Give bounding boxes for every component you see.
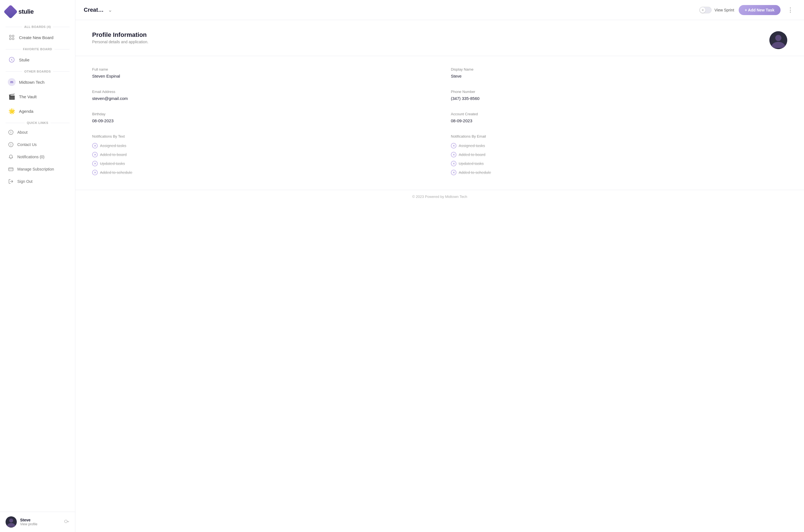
notif-text-assigned: ✕ Assigned tasks: [92, 143, 428, 149]
svg-point-16: [775, 35, 781, 41]
logo-text: stulie: [18, 8, 34, 15]
topbar-chevron-icon[interactable]: ⌄: [108, 7, 112, 13]
profile-footer: © 2023 Powered by Midtown Tech: [75, 190, 804, 203]
svg-point-13: [9, 519, 13, 522]
contact-icon: [8, 141, 14, 148]
notif-x-icon-3: ✕: [92, 161, 98, 166]
svg-rect-3: [12, 38, 14, 40]
phone-label: Phone Number: [451, 90, 787, 94]
favorite-board-label: Favorite Board: [0, 45, 75, 53]
notif-email-schedule: ✕ Added to schedule: [451, 170, 787, 175]
footer-copyright: © 2023 Powered by Midtown Tech: [412, 194, 467, 199]
sidebar-item-sign-out[interactable]: Sign Out: [2, 175, 73, 187]
topbar: Creat… ⌄ View Sprint + Add New Task ⋮: [75, 0, 804, 20]
notif-email-added-board-label: Added to board: [459, 152, 485, 157]
account-created-label: Account Created: [451, 112, 787, 116]
all-boards-label: ALL BOARDS (4): [0, 22, 75, 30]
notif-email-updated: ✕ Updated tasks: [451, 161, 787, 166]
birthday-value: 08-09-2023: [92, 118, 428, 123]
svg-rect-7: [11, 132, 11, 133]
key-icon: [64, 519, 70, 526]
create-board-label: Create New Board: [19, 35, 53, 40]
notif-email-x-icon-2: ✕: [451, 152, 456, 157]
sidebar-item-agenda[interactable]: 🌟 Agenda: [2, 104, 73, 118]
sidebar-footer[interactable]: Steve View profile: [0, 512, 75, 532]
back-arrow-icon: [8, 56, 16, 64]
view-sprint-label: View Sprint: [714, 8, 734, 12]
account-created-value: 08-09-2023: [451, 118, 787, 123]
field-account-created: Account Created 08-09-2023: [451, 112, 787, 123]
quick-links-label: Quick Links: [0, 118, 75, 126]
contact-us-label: Contact Us: [17, 142, 37, 147]
display-name-label: Display Name: [451, 67, 787, 72]
agenda-icon: 🌟: [8, 107, 16, 115]
notif-text-updated-label: Updated tasks: [100, 162, 125, 166]
field-phone: Phone Number (347) 335-8560: [451, 90, 787, 101]
sidebar: stulie ALL BOARDS (4) Create New Board F…: [0, 0, 75, 532]
stulie-label: Stulie: [19, 57, 30, 62]
svg-rect-10: [11, 144, 11, 146]
credit-card-icon: [8, 166, 14, 172]
logo-area: stulie: [0, 0, 75, 22]
notifications-by-text: Notifications By Text ✕ Assigned tasks ✕…: [92, 134, 428, 179]
notif-x-icon-4: ✕: [92, 170, 98, 175]
svg-rect-11: [9, 168, 13, 171]
field-display-name: Display Name Steve: [451, 67, 787, 78]
notif-email-x-icon-4: ✕: [451, 170, 456, 175]
profile-subtitle: Personal details and application.: [92, 40, 149, 44]
notif-email-schedule-label: Added to schedule: [459, 170, 491, 175]
the-vault-icon: 🎬: [8, 93, 16, 100]
svg-point-4: [9, 57, 14, 62]
sidebar-item-midtown-tech[interactable]: m Midtown Tech: [2, 75, 73, 89]
more-options-icon[interactable]: ⋮: [785, 5, 796, 15]
notif-email-x-icon-3: ✕: [451, 161, 456, 166]
profile-page: Profile Information Personal details and…: [75, 20, 804, 532]
sign-out-icon: [8, 178, 14, 185]
about-icon: [8, 129, 14, 135]
about-label: About: [17, 130, 27, 135]
display-name-value: Steve: [451, 74, 787, 78]
field-birthday: Birthday 08-09-2023: [92, 112, 428, 123]
notif-email-assigned-label: Assigned tasks: [459, 144, 485, 148]
main-content: Creat… ⌄ View Sprint + Add New Task ⋮ Pr…: [75, 0, 804, 532]
midtown-tech-label: Midtown Tech: [19, 80, 44, 84]
notif-email-updated-label: Updated tasks: [459, 162, 484, 166]
create-new-board-item[interactable]: Create New Board: [2, 31, 73, 44]
notif-email-added-board: ✕ Added to board: [451, 152, 787, 157]
notif-by-text-label: Notifications By Text: [92, 134, 428, 138]
add-task-button[interactable]: + Add New Task: [739, 5, 781, 15]
notifications-by-email: Notifications By Email ✕ Assigned tasks …: [451, 134, 787, 179]
sidebar-item-manage-subscription[interactable]: Manage Subscription: [2, 163, 73, 175]
footer-user-info: Steve View profile: [20, 518, 61, 526]
birthday-label: Birthday: [92, 112, 428, 116]
grid-icon: [8, 34, 16, 41]
notif-email-x-icon: ✕: [451, 143, 456, 149]
notifications-section: Notifications By Text ✕ Assigned tasks ✕…: [92, 134, 787, 179]
bell-icon: [8, 154, 14, 160]
profile-title: Profile Information: [92, 31, 149, 39]
email-label: Email Address: [92, 90, 428, 94]
profile-avatar-large: [769, 31, 787, 49]
logo-icon: [4, 5, 18, 19]
notif-email-assigned: ✕ Assigned tasks: [451, 143, 787, 149]
notif-x-icon-2: ✕: [92, 152, 98, 157]
sprint-toggle-switch[interactable]: [699, 7, 712, 13]
sidebar-item-about[interactable]: About: [2, 127, 73, 138]
svg-point-9: [11, 144, 11, 144]
footer-view-profile: View profile: [20, 522, 61, 526]
view-sprint-toggle[interactable]: View Sprint: [699, 7, 734, 13]
profile-header: Profile Information Personal details and…: [75, 20, 804, 56]
sidebar-item-contact-us[interactable]: Contact Us: [2, 139, 73, 150]
sidebar-item-notifications[interactable]: Notifications (0): [2, 151, 73, 163]
svg-rect-1: [12, 35, 14, 37]
sidebar-item-stulie[interactable]: Stulie: [2, 53, 73, 67]
midtown-tech-icon: m: [8, 78, 16, 86]
phone-value: (347) 335-8560: [451, 96, 787, 101]
sidebar-item-the-vault[interactable]: 🎬 The Vault: [2, 90, 73, 103]
the-vault-label: The Vault: [19, 94, 37, 99]
agenda-label: Agenda: [19, 109, 34, 114]
profile-header-text: Profile Information Personal details and…: [92, 31, 149, 44]
notif-by-email-label: Notifications By Email: [451, 134, 787, 138]
notif-text-added-board: ✕ Added to board: [92, 152, 428, 157]
notif-text-assigned-label: Assigned tasks: [100, 144, 126, 148]
